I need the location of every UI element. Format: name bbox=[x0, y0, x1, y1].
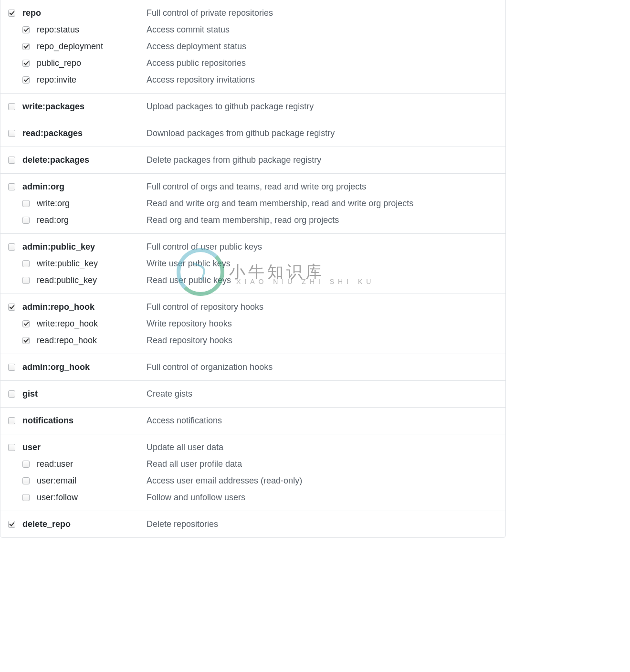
scope-name[interactable]: read:org bbox=[37, 215, 147, 225]
scope-name[interactable]: user:follow bbox=[37, 493, 147, 503]
scope-name[interactable]: write:public_key bbox=[37, 259, 147, 269]
scope-description: Download packages from github package re… bbox=[147, 128, 498, 138]
scope-name[interactable]: write:packages bbox=[22, 102, 147, 112]
scope-group: repoFull control of private repositories… bbox=[0, 0, 505, 93]
scope-group: write:packagesUpload packages to github … bbox=[0, 93, 505, 120]
scope-name[interactable]: read:repo_hook bbox=[37, 336, 147, 346]
scope-checkbox[interactable] bbox=[8, 183, 15, 190]
scope-description: Access deployment status bbox=[147, 42, 498, 52]
scope-name[interactable]: repo bbox=[22, 8, 147, 18]
scope-group: read:packagesDownload packages from gith… bbox=[0, 120, 505, 147]
scope-name[interactable]: user:email bbox=[37, 476, 147, 486]
scope-row: gistCreate gists bbox=[8, 386, 498, 402]
scope-checkbox[interactable] bbox=[22, 76, 30, 84]
scope-description: Full control of repository hooks bbox=[147, 302, 498, 312]
scope-checkbox[interactable] bbox=[22, 461, 30, 468]
scope-checkbox[interactable] bbox=[8, 444, 15, 451]
scope-checkbox[interactable] bbox=[8, 364, 15, 371]
scope-checkbox[interactable] bbox=[22, 277, 30, 284]
scope-description: Upload packages to github package regist… bbox=[147, 102, 498, 112]
scope-row: user:emailAccess user email addresses (r… bbox=[8, 472, 498, 489]
scope-row: delete_repoDelete repositories bbox=[8, 516, 498, 533]
scope-checkbox[interactable] bbox=[22, 337, 30, 344]
scope-description: Read and write org and team membership, … bbox=[147, 199, 498, 209]
scope-group: delete:packagesDelete packages from gith… bbox=[0, 147, 505, 173]
scope-row: repo:inviteAccess repository invitations bbox=[8, 72, 498, 88]
scope-name[interactable]: read:user bbox=[37, 459, 147, 469]
scope-name[interactable]: write:repo_hook bbox=[37, 319, 147, 329]
scope-description: Access notifications bbox=[147, 416, 498, 426]
scope-checkbox[interactable] bbox=[8, 390, 15, 398]
scope-row: read:userRead all user profile data bbox=[8, 456, 498, 472]
scope-checkbox[interactable] bbox=[22, 494, 30, 501]
scope-checkbox[interactable] bbox=[8, 10, 15, 17]
scope-checkbox[interactable] bbox=[22, 26, 30, 33]
scope-name[interactable]: read:packages bbox=[22, 128, 147, 138]
scope-description: Read repository hooks bbox=[147, 336, 498, 346]
scope-checkbox[interactable] bbox=[8, 304, 15, 311]
scope-name[interactable]: repo_deployment bbox=[37, 42, 147, 52]
scope-row: write:repo_hookWrite repository hooks bbox=[8, 315, 498, 332]
scope-checkbox[interactable] bbox=[22, 200, 30, 207]
scope-description: Access commit status bbox=[147, 25, 498, 35]
scope-checkbox[interactable] bbox=[8, 417, 15, 424]
scope-name[interactable]: delete:packages bbox=[22, 155, 147, 165]
scope-checkbox[interactable] bbox=[22, 217, 30, 224]
scope-row: write:orgRead and write org and team mem… bbox=[8, 195, 498, 212]
scope-row: admin:public_keyFull control of user pub… bbox=[8, 239, 498, 255]
scope-checkbox[interactable] bbox=[22, 260, 30, 267]
scope-list: repoFull control of private repositories… bbox=[0, 0, 506, 538]
scope-description: Full control of orgs and teams, read and… bbox=[147, 182, 498, 192]
scope-checkbox[interactable] bbox=[22, 60, 30, 67]
scope-checkbox[interactable] bbox=[8, 157, 15, 164]
scope-name[interactable]: admin:org_hook bbox=[22, 362, 147, 372]
scope-group: delete_repoDelete repositories bbox=[0, 511, 505, 537]
scope-group: admin:org_hookFull control of organizati… bbox=[0, 354, 505, 380]
scope-checkbox[interactable] bbox=[8, 130, 15, 137]
scope-group: userUpdate all user dataread:userRead al… bbox=[0, 434, 505, 511]
scope-description: Access public repositories bbox=[147, 58, 498, 68]
scope-row: read:packagesDownload packages from gith… bbox=[8, 125, 498, 142]
scope-checkbox[interactable] bbox=[8, 243, 15, 251]
scope-checkbox[interactable] bbox=[22, 320, 30, 327]
scope-row: admin:org_hookFull control of organizati… bbox=[8, 359, 498, 376]
scope-name[interactable]: admin:public_key bbox=[22, 242, 147, 252]
scope-description: Access repository invitations bbox=[147, 75, 498, 85]
scope-name[interactable]: repo:invite bbox=[37, 75, 147, 85]
scope-description: Full control of private repositories bbox=[147, 8, 498, 18]
scope-description: Delete packages from github package regi… bbox=[147, 155, 498, 165]
scope-description: Update all user data bbox=[147, 442, 498, 452]
scope-name[interactable]: gist bbox=[22, 389, 147, 399]
scope-group: notificationsAccess notifications bbox=[0, 407, 505, 434]
scope-name[interactable]: read:public_key bbox=[37, 275, 147, 285]
scope-group: admin:public_keyFull control of user pub… bbox=[0, 233, 505, 294]
scope-checkbox[interactable] bbox=[8, 103, 15, 110]
scope-row: read:public_keyRead user public keys bbox=[8, 272, 498, 289]
scope-description: Read all user profile data bbox=[147, 459, 498, 469]
scope-description: Full control of user public keys bbox=[147, 242, 498, 252]
scope-description: Follow and unfollow users bbox=[147, 493, 498, 503]
scope-checkbox[interactable] bbox=[22, 477, 30, 484]
scope-description: Read org and team membership, read org p… bbox=[147, 215, 498, 225]
scope-name[interactable]: admin:repo_hook bbox=[22, 302, 147, 312]
scope-row: admin:orgFull control of orgs and teams,… bbox=[8, 178, 498, 195]
scope-name[interactable]: write:org bbox=[37, 199, 147, 209]
scope-description: Write user public keys bbox=[147, 259, 498, 269]
scope-name[interactable]: admin:org bbox=[22, 182, 147, 192]
scope-row: delete:packagesDelete packages from gith… bbox=[8, 152, 498, 168]
scope-checkbox[interactable] bbox=[22, 43, 30, 50]
scope-name[interactable]: delete_repo bbox=[22, 519, 147, 529]
scope-description: Write repository hooks bbox=[147, 319, 498, 329]
scope-description: Read user public keys bbox=[147, 275, 498, 285]
scope-checkbox[interactable] bbox=[8, 521, 15, 528]
scope-group: admin:orgFull control of orgs and teams,… bbox=[0, 173, 505, 233]
scope-name[interactable]: notifications bbox=[22, 416, 147, 426]
scope-row: repoFull control of private repositories bbox=[8, 5, 498, 21]
scope-name[interactable]: repo:status bbox=[37, 25, 147, 35]
scope-name[interactable]: public_repo bbox=[37, 58, 147, 68]
scope-row: repo_deploymentAccess deployment status bbox=[8, 38, 498, 55]
scope-name[interactable]: user bbox=[22, 442, 147, 452]
scope-row: write:packagesUpload packages to github … bbox=[8, 98, 498, 115]
scope-row: admin:repo_hookFull control of repositor… bbox=[8, 299, 498, 315]
scope-row: read:orgRead org and team membership, re… bbox=[8, 212, 498, 229]
